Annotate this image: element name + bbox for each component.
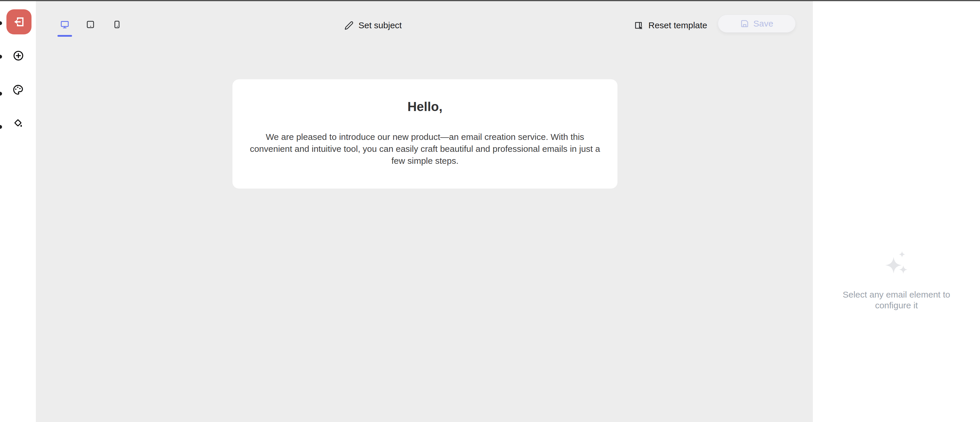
mobile-icon <box>112 20 122 29</box>
inspector-empty-text-line: Select any email element to <box>843 289 950 300</box>
left-rail <box>0 1 36 422</box>
palette-icon <box>12 84 24 95</box>
add-block-button[interactable] <box>13 50 24 61</box>
fill-color-button[interactable] <box>12 117 24 129</box>
app-logo[interactable] <box>6 10 32 34</box>
tab-mobile-preview[interactable] <box>110 20 124 37</box>
rail-marker-dot <box>0 21 2 25</box>
rail-marker-dot <box>0 55 2 59</box>
tab-tablet-preview[interactable] <box>83 20 98 37</box>
plus-circle-icon <box>13 50 24 61</box>
editor-canvas: Set subject Reset template Save Hello, W… <box>36 1 813 422</box>
inspector-panel: Select any email element to configure it <box>813 1 980 422</box>
theme-button[interactable] <box>12 84 24 95</box>
inspector-empty-text-line: configure it <box>843 300 950 311</box>
rail-marker-dot <box>0 125 2 129</box>
email-heading[interactable]: Hello, <box>232 99 617 114</box>
rail-marker-dot <box>0 92 2 95</box>
pencil-icon <box>344 21 353 30</box>
email-block[interactable]: Hello, We are pleased to introduce our n… <box>232 79 617 189</box>
exit-icon <box>12 15 26 29</box>
reset-template-button[interactable]: Reset template <box>634 20 707 31</box>
set-subject-button[interactable]: Set subject <box>344 20 402 31</box>
fill-bucket-icon <box>12 117 24 129</box>
sparkles-icon <box>885 251 908 274</box>
reset-template-icon <box>634 21 643 30</box>
save-button[interactable]: Save <box>718 14 795 33</box>
email-body-text[interactable]: We are pleased to introduce our new prod… <box>249 131 601 167</box>
inspector-empty-state: Select any email element to configure it <box>813 251 980 311</box>
reset-template-label: Reset template <box>648 21 707 30</box>
tab-desktop-preview[interactable] <box>57 20 72 37</box>
save-icon <box>740 19 749 28</box>
set-subject-label: Set subject <box>358 21 402 30</box>
inspector-empty-text: Select any email element to configure it <box>843 289 950 311</box>
save-label: Save <box>753 19 773 29</box>
tablet-icon <box>86 20 95 29</box>
desktop-icon <box>60 20 69 29</box>
active-tab-underline <box>57 35 72 37</box>
window-top-edge <box>0 0 980 1</box>
